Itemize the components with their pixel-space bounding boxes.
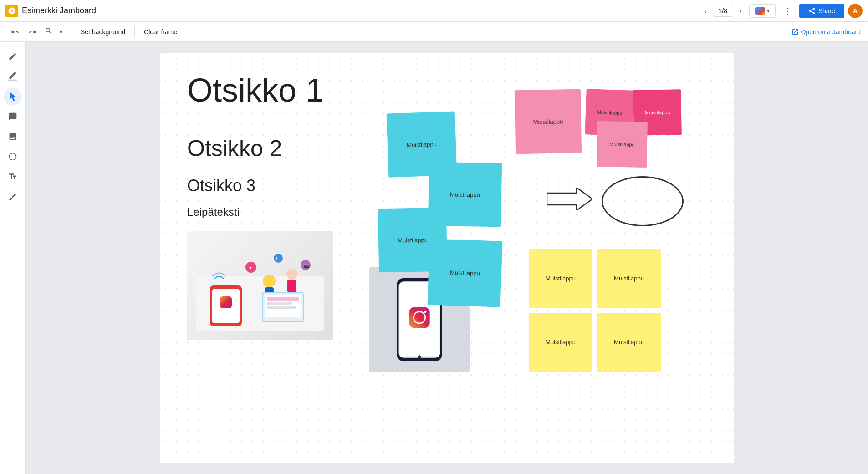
clear-frame-button[interactable]: Clear frame <box>140 26 181 37</box>
body-text[interactable]: Leipäteksti <box>187 206 240 219</box>
svg-point-23 <box>418 355 421 358</box>
sticky-yellow-2[interactable]: Muistilappu <box>597 249 661 308</box>
svg-rect-17 <box>267 297 299 301</box>
zoom-control: ▾ <box>42 25 66 39</box>
svg-rect-19 <box>267 306 296 309</box>
toolbar-divider <box>71 26 71 37</box>
arrow-svg <box>547 188 592 210</box>
share-label: Share <box>818 7 835 15</box>
undo-button[interactable] <box>7 26 23 38</box>
board-arrow[interactable] <box>542 185 597 213</box>
left-sidebar <box>0 42 26 474</box>
svg-point-5 <box>263 275 276 287</box>
open-on-jamboard-link[interactable]: Open on a Jamboard <box>791 28 861 36</box>
svg-point-7 <box>286 269 297 280</box>
document-title: Esimerkki Jamboard <box>22 6 697 15</box>
sticky-cyan-4[interactable]: Muistilappu <box>428 239 503 307</box>
prev-page-button[interactable]: ‹ <box>700 4 711 18</box>
app-icon <box>5 5 18 17</box>
image-tool-button[interactable] <box>4 127 22 146</box>
share-icon <box>808 7 816 15</box>
svg-rect-8 <box>287 280 296 292</box>
svg-point-11 <box>274 254 283 263</box>
open-jamboard-label: Open on a Jamboard <box>801 28 861 36</box>
meet-icon <box>755 7 765 15</box>
page-indicator: 1/8 <box>713 5 733 17</box>
set-background-button[interactable]: Set background <box>77 26 129 37</box>
svg-rect-24 <box>409 307 429 327</box>
next-page-button[interactable]: › <box>735 4 745 18</box>
svg-point-26 <box>424 311 426 313</box>
right-actions: ▾ ⋮ Share A <box>749 4 863 18</box>
sticky-yellow-3[interactable]: Muistilappu <box>529 313 592 372</box>
select-tool-button[interactable] <box>4 87 22 106</box>
svg-point-0 <box>9 153 16 160</box>
user-avatar[interactable]: A <box>848 4 863 18</box>
board[interactable]: Otsikko 1 Otsikko 2 Otsikko 3 Leipätekst… <box>160 53 734 463</box>
share-button[interactable]: Share <box>799 4 844 18</box>
toolbar-divider-2 <box>134 26 135 37</box>
svg-text:♥: ♥ <box>249 265 252 270</box>
sticky-pink-1[interactable]: Muistilappu <box>515 89 582 154</box>
meet-dropdown-arrow: ▾ <box>767 8 770 14</box>
canvas-area: Otsikko 1 Otsikko 2 Otsikko 3 Leipätekst… <box>26 42 868 474</box>
main-area: Otsikko 1 Otsikko 2 Otsikko 3 Leipätekst… <box>0 42 868 474</box>
zoom-button[interactable] <box>42 25 56 39</box>
svg-rect-18 <box>267 302 292 305</box>
shape-tool-button[interactable] <box>4 148 22 166</box>
toolbar: ▾ Set background Clear frame Open on a J… <box>0 22 868 42</box>
top-bar: Esimerkki Jamboard ‹ 1/8 › ▾ ⋮ Share A <box>0 0 868 22</box>
social-image[interactable]: ♥ f 📷 <box>187 231 333 340</box>
heading-2[interactable]: Otsikko 2 <box>187 135 282 162</box>
marker-tool-button[interactable] <box>4 67 22 86</box>
heading-3[interactable]: Otsikko 3 <box>187 176 255 195</box>
text-box-tool-button[interactable] <box>4 168 22 186</box>
navigation-controls: ‹ 1/8 › <box>700 4 745 18</box>
zoom-dropdown-button[interactable]: ▾ <box>56 25 66 38</box>
svg-text:📷: 📷 <box>304 263 310 269</box>
heading-1[interactable]: Otsikko 1 <box>187 71 324 109</box>
sticky-yellow-1[interactable]: Muistilappu <box>529 249 592 308</box>
svg-marker-27 <box>547 188 592 210</box>
board-ellipse[interactable] <box>602 176 684 226</box>
sticky-yellow-4[interactable]: Muistilappu <box>597 313 661 372</box>
social-illustration-svg: ♥ f 📷 <box>196 240 324 331</box>
laser-tool-button[interactable] <box>4 188 22 206</box>
pen-tool-button[interactable] <box>4 47 22 66</box>
svg-text:f: f <box>276 256 277 261</box>
redo-button[interactable] <box>25 26 40 38</box>
sticky-pink-4[interactable]: Muistilappu <box>597 121 648 168</box>
more-options-button[interactable]: ⋮ <box>779 4 796 18</box>
meet-button[interactable]: ▾ <box>749 4 776 18</box>
svg-rect-4 <box>220 296 232 308</box>
external-link-icon <box>791 28 799 36</box>
sticky-note-tool-button[interactable] <box>4 107 22 126</box>
